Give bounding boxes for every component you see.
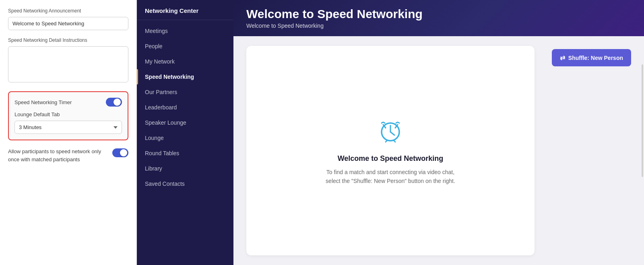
- svg-line-5: [386, 140, 387, 142]
- lounge-tab-label: Lounge Default Tab: [14, 111, 122, 117]
- shuffle-button-label: Shuffle: New Person: [568, 55, 623, 61]
- top-banner: Welcome to Speed Networking Welcome to S…: [233, 0, 644, 36]
- svg-line-6: [394, 140, 395, 142]
- allow-row: Allow participants to speed network only…: [8, 148, 128, 163]
- welcome-card: Welcome to Speed Networking To find a ma…: [246, 46, 535, 255]
- sidebar-item-meetings[interactable]: Meetings: [137, 23, 233, 39]
- sidebar-item-lounge[interactable]: Lounge: [137, 130, 233, 146]
- allow-label: Allow participants to speed network only…: [8, 148, 107, 163]
- sidebar-item-our-partners[interactable]: Our Partners: [137, 84, 233, 100]
- sidebar: Networking Center Meetings People My Net…: [137, 0, 233, 265]
- sidebar-header: Networking Center: [137, 0, 233, 20]
- sidebar-item-speed-networking[interactable]: Speed Networking: [137, 69, 233, 84]
- card-title: Welcome to Speed Networking: [338, 154, 444, 163]
- shuffle-icon: ⇄: [560, 54, 565, 62]
- clock-icon: [376, 116, 405, 145]
- sidebar-item-library[interactable]: Library: [137, 161, 233, 176]
- sidebar-item-leaderboard[interactable]: Leaderboard: [137, 100, 233, 115]
- card-description: To find a match and start connecting via…: [322, 168, 459, 186]
- timer-label: Speed Networking Timer: [14, 99, 72, 105]
- sidebar-item-my-network[interactable]: My Network: [137, 54, 233, 69]
- left-panel: Speed Networking Announcement Speed Netw…: [0, 0, 137, 265]
- shuffle-button[interactable]: ⇄ Shuffle: New Person: [552, 49, 631, 66]
- details-textarea[interactable]: [8, 46, 128, 82]
- sidebar-item-round-tables[interactable]: Round Tables: [137, 146, 233, 161]
- timer-settings-box: Speed Networking Timer Lounge Default Ta…: [8, 91, 128, 140]
- sidebar-item-speaker-lounge[interactable]: Speaker Lounge: [137, 115, 233, 130]
- banner-title: Welcome to Speed Networking: [246, 7, 631, 21]
- timer-row: Speed Networking Timer: [14, 98, 122, 107]
- main-area: Welcome to Speed Networking To find a ma…: [233, 36, 644, 265]
- sidebar-item-people[interactable]: People: [137, 39, 233, 54]
- announcement-input[interactable]: [8, 17, 128, 30]
- allow-toggle[interactable]: [112, 148, 128, 157]
- banner-subtitle: Welcome to Speed Networking: [246, 23, 631, 29]
- svg-line-2: [390, 132, 394, 135]
- right-actions: ⇄ Shuffle: New Person: [543, 46, 631, 255]
- right-content: Welcome to Speed Networking Welcome to S…: [233, 0, 644, 265]
- details-label: Speed Networking Detail Instructions: [8, 37, 128, 43]
- lounge-tab-row: Lounge Default Tab 3 Minutes 5 Minutes 1…: [14, 111, 122, 134]
- announcement-label: Speed Networking Announcement: [8, 8, 128, 14]
- sidebar-item-saved-contacts[interactable]: Saved Contacts: [137, 176, 233, 191]
- sidebar-nav: Meetings People My Network Speed Network…: [137, 20, 233, 265]
- lounge-tab-select[interactable]: 3 Minutes 5 Minutes 10 Minutes: [14, 121, 122, 134]
- timer-toggle[interactable]: [106, 98, 122, 107]
